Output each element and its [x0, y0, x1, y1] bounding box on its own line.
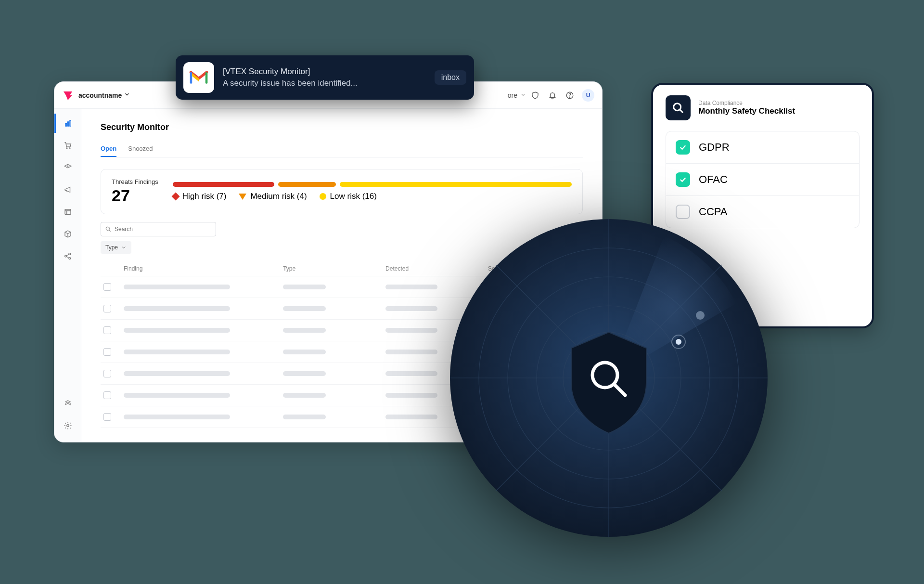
skeleton-cell — [385, 415, 437, 419]
risk-bar-medium — [278, 182, 336, 187]
skeleton-cell — [385, 328, 437, 333]
skeleton-cell — [124, 371, 230, 376]
sidebar-item-shipping[interactable] — [58, 224, 77, 244]
col-finding: Finding — [124, 265, 275, 272]
svg-point-36 — [696, 311, 705, 320]
checklist-item-label: OFAC — [699, 173, 728, 186]
svg-point-10 — [67, 166, 68, 167]
triangle-down-icon — [239, 194, 246, 200]
checklist-title: Monthly Safety Checklist — [698, 106, 795, 116]
checklist-item-ofac[interactable]: OFAC — [666, 164, 859, 196]
email-notification[interactable]: [VTEX Security Monitor] A security issue… — [176, 55, 474, 100]
skeleton-cell — [385, 350, 437, 354]
tabs: Open Snoozed — [101, 141, 583, 157]
skeleton-cell — [124, 306, 230, 311]
search-input-wrapper[interactable] — [101, 222, 216, 236]
account-name[interactable]: accountname — [78, 91, 122, 99]
skeleton-cell — [283, 371, 326, 376]
svg-rect-11 — [65, 209, 71, 215]
sidebar-item-settings[interactable] — [58, 416, 77, 435]
skeleton-cell — [385, 393, 437, 398]
search-icon — [105, 226, 112, 233]
row-checkbox[interactable] — [103, 413, 111, 421]
skeleton-cell — [124, 393, 230, 398]
row-checkbox[interactable] — [103, 305, 111, 312]
svg-line-1 — [680, 110, 683, 113]
row-checkbox[interactable] — [103, 348, 111, 356]
page-title: Security Monitor — [101, 122, 583, 132]
sidebar-item-dashboard[interactable] — [54, 114, 81, 133]
risk-bar-high — [173, 182, 274, 187]
skeleton-cell — [124, 415, 230, 419]
notification-badge: inbox — [435, 70, 466, 85]
risk-bar-low — [340, 182, 572, 187]
diamond-icon — [171, 193, 180, 201]
search-icon — [666, 95, 691, 120]
svg-rect-6 — [68, 122, 69, 126]
avatar[interactable]: U — [582, 89, 594, 102]
chevron-down-icon — [121, 245, 127, 250]
svg-rect-5 — [65, 123, 66, 126]
threats-count: 27 — [112, 186, 158, 205]
threats-label: Threats Findings — [112, 178, 158, 185]
svg-line-21 — [109, 230, 110, 231]
check-icon — [676, 140, 690, 155]
skeleton-cell — [283, 350, 326, 354]
sidebar — [54, 109, 81, 442]
skeleton-cell — [283, 306, 326, 311]
svg-marker-2 — [64, 91, 72, 100]
tab-open[interactable]: Open — [101, 141, 116, 157]
sidebar-item-promotions[interactable] — [58, 180, 77, 199]
row-checkbox[interactable] — [103, 391, 111, 399]
chevron-down-icon — [520, 91, 526, 100]
skeleton-cell — [283, 328, 326, 333]
checklist-item-gdpr[interactable]: GDPR — [666, 131, 859, 164]
type-filter[interactable]: Type — [101, 241, 131, 254]
skeleton-cell — [124, 328, 230, 333]
checklist-items: GDPR OFAC CCPA — [666, 131, 860, 228]
col-type: Type — [283, 265, 378, 272]
check-icon — [676, 172, 690, 187]
bell-icon[interactable] — [544, 87, 561, 104]
chevron-down-icon[interactable] — [124, 91, 130, 100]
risk-bar — [173, 182, 572, 187]
checklist-category: Data Compliance — [698, 100, 795, 106]
search-input[interactable] — [115, 226, 212, 233]
sidebar-item-orders[interactable] — [58, 136, 77, 155]
svg-point-8 — [66, 148, 67, 149]
svg-line-17 — [66, 254, 69, 256]
vtex-logo-icon — [62, 90, 74, 101]
row-checkbox[interactable] — [103, 283, 111, 291]
notification-body: A security issue has been identified... — [223, 78, 426, 89]
skeleton-cell — [283, 415, 326, 419]
sidebar-item-storefront[interactable] — [58, 202, 77, 221]
row-checkbox[interactable] — [103, 370, 111, 377]
sidebar-item-apps[interactable] — [58, 394, 77, 413]
svg-point-0 — [674, 104, 681, 111]
gmail-icon — [183, 62, 214, 93]
svg-point-19 — [66, 425, 69, 427]
notification-title: [VTEX Security Monitor] — [223, 66, 426, 78]
skeleton-cell — [124, 285, 230, 289]
skeleton-cell — [124, 350, 230, 354]
checklist-item-label: GDPR — [699, 141, 730, 154]
svg-line-18 — [66, 257, 69, 258]
svg-point-34 — [676, 339, 681, 345]
skeleton-cell — [283, 285, 326, 289]
svg-rect-23 — [205, 72, 208, 84]
tab-snoozed[interactable]: Snoozed — [128, 141, 153, 157]
row-checkbox[interactable] — [103, 326, 111, 334]
sidebar-item-catalog[interactable] — [58, 158, 77, 177]
skeleton-cell — [385, 371, 437, 376]
svg-point-9 — [69, 148, 70, 149]
legend-medium-risk: Medium risk (4) — [239, 192, 307, 201]
circle-icon — [320, 193, 326, 200]
shield-icon[interactable] — [527, 87, 543, 104]
store-link[interactable]: ore — [508, 91, 517, 99]
sidebar-item-marketplace[interactable] — [58, 247, 77, 266]
threats-findings-card: Threats Findings 27 High risk (7) — [101, 169, 583, 214]
skeleton-cell — [385, 306, 437, 311]
svg-point-20 — [106, 227, 109, 230]
help-icon[interactable] — [562, 87, 578, 104]
skeleton-cell — [283, 393, 326, 398]
